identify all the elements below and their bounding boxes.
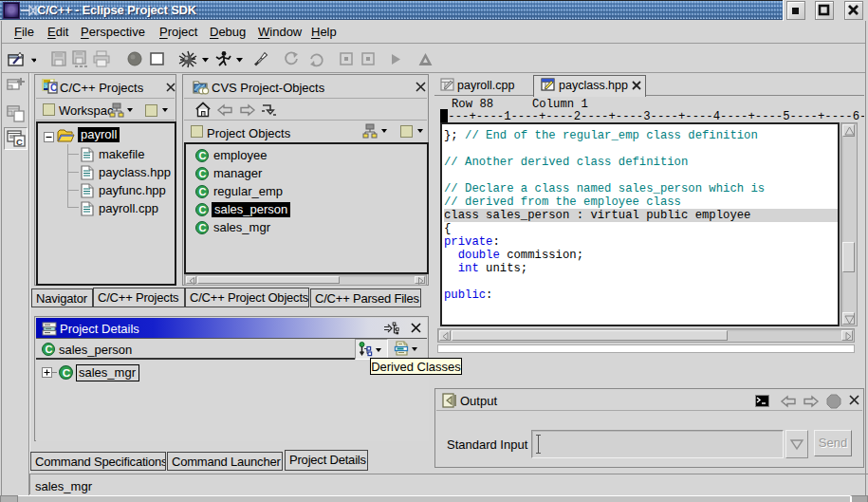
svg-text:C: C bbox=[63, 366, 71, 379]
svg-text:C: C bbox=[198, 186, 206, 197]
svg-text:C: C bbox=[198, 222, 206, 233]
svg-text:C: C bbox=[16, 137, 23, 147]
svg-text:C: C bbox=[198, 150, 206, 161]
svg-text:C: C bbox=[198, 204, 206, 215]
svg-text:C: C bbox=[45, 344, 52, 355]
svg-text:C: C bbox=[50, 83, 57, 93]
svg-text:C: C bbox=[198, 168, 206, 179]
